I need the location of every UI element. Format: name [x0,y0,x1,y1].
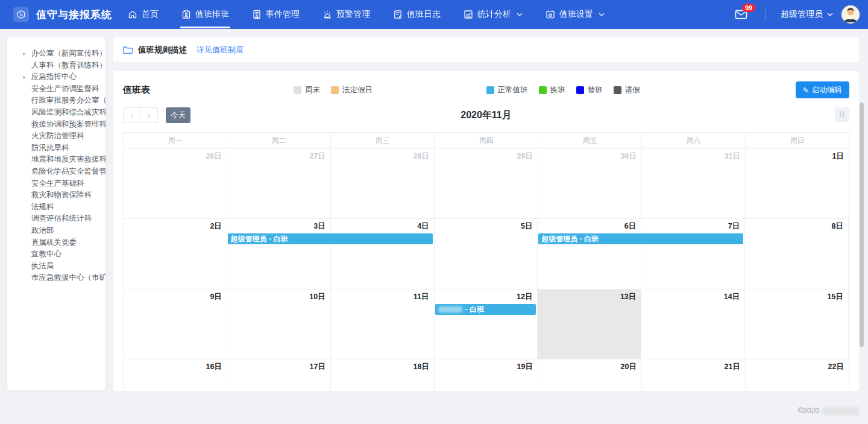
nav-item-event[interactable]: 事件管理 [252,0,300,29]
day-number: 27日 [310,152,326,160]
legend-item: 周末 [294,85,320,95]
caret-right-icon[interactable]: ▸ [23,48,26,60]
page-scrollbar-thumb[interactable] [860,103,864,347]
sidebar-item-label: 调查评估和统计科 [31,214,92,223]
sidebar-item-label: 地震和地质灾害救援科 [31,155,105,163]
nav-item-stats[interactable]: 统计分析 [464,0,523,29]
calendar-day-cell[interactable]: 5日 [435,218,538,288]
sidebar-item[interactable]: 市应急救援中心（市矿山救 [7,272,105,284]
calendar-day-cell[interactable]: 12日 [435,289,538,359]
day-number: 29日 [517,152,533,160]
calendar-day-cell[interactable]: 19日 [435,359,538,391]
month-view-button[interactable]: 月 [835,107,849,122]
sidebar-item[interactable]: 防汛抗旱科 [7,142,105,154]
calendar-day-cell[interactable]: 10日 [227,289,331,359]
sidebar-item[interactable]: 执法局 [7,261,105,273]
calendar-day-cell[interactable]: 4日 [331,218,435,288]
sidebar-item-label: 防汛抗旱科 [31,144,69,152]
duty-event-bar[interactable]: 超级管理员 - 白班 [228,233,433,244]
user-menu[interactable]: 超级管理员 [781,9,833,20]
calendar-day-cell[interactable]: 16日 [124,359,227,391]
legend-swatch [614,86,621,94]
calendar-day-cell[interactable]: 22日 [746,359,849,391]
messages-button[interactable]: 99 [735,9,747,20]
calendar-day-cell[interactable]: 27日 [227,148,331,218]
stats-icon [464,10,473,19]
nav-item-label: 首页 [142,9,159,20]
calendar-day-cell[interactable]: 9日 [124,289,227,359]
calendar-day-cell[interactable]: 29日 [435,148,538,218]
sidebar-item[interactable]: 安全生产协调监督科 [7,83,105,95]
calendar-day-cell[interactable]: 31日 [642,148,746,218]
legend-item: 换班 [539,85,565,95]
calendar-day-cell[interactable]: 15日 [745,289,849,359]
day-number: 13日 [620,293,636,301]
calendar-day-cell[interactable]: 6日 [538,218,641,288]
duty-event-bar[interactable]: - 白班 [435,304,536,315]
calendar-day-cell[interactable]: 28日 [331,148,435,218]
sidebar-item[interactable]: 地震和地质灾害救援科 [7,154,105,166]
avatar[interactable] [841,5,860,24]
sidebar-item[interactable]: 救援协调和预案管理科 [7,119,105,131]
sidebar-item[interactable]: 安全生产基础科 [7,178,105,190]
calendar-day-cell[interactable]: 30日 [538,148,642,218]
calendar-day-cell[interactable]: 14日 [641,289,745,359]
nav-item-schedule[interactable]: 值班排班 [181,0,229,29]
calendar-day-cell[interactable]: 26日 [124,148,227,218]
calendar-day-cell[interactable]: 1日 [746,148,849,218]
sidebar-item[interactable]: ▸办公室（新闻宣传科） [7,48,105,60]
nav-item-settings[interactable]: 值班设置 [546,0,605,29]
calendar-day-cell[interactable]: 11日 [331,289,435,359]
prev-month-button[interactable]: ‹ [123,107,140,123]
weekday-header: 周三 [331,133,435,148]
today-button[interactable]: 今天 [166,107,190,123]
sidebar-item[interactable]: 风险监测和综合减灾科 [7,107,105,119]
nav-item-alert[interactable]: 预警管理 [322,0,370,29]
sidebar-item[interactable]: 法规科 [7,201,105,214]
calendar-day-cell[interactable]: 18日 [331,359,435,391]
calendar-day-cell[interactable]: 17日 [227,359,331,391]
legend-label: 替班 [588,85,603,95]
nav-item-label: 事件管理 [266,9,300,20]
sidebar-item[interactable]: 火灾防治管理科 [7,130,105,142]
day-number: 10日 [309,293,325,301]
sidebar-item[interactable]: 危险化学品安全监督管理科 [7,166,105,178]
sidebar-item[interactable]: 人事科（教育训练科） [7,60,105,72]
nav-item-log[interactable]: 值班日志 [393,0,441,29]
sidebar-item-label: 办公室（新闻宣传科） [31,49,105,57]
sidebar-item[interactable]: 救灾和物资保障科 [7,189,105,201]
caret-right-icon[interactable]: ▸ [23,71,26,83]
legend-item: 请假 [614,85,640,95]
legend-label: 正常值班 [498,85,528,95]
copyright-text: ©2020 [797,407,819,415]
day-number: 20日 [621,362,637,371]
day-number: 17日 [310,362,326,371]
redacted-name [438,306,462,312]
department-sidebar: ▸办公室（新闻宣传科）人事科（教育训练科）▸应急指挥中心安全生产协调监督科行政审… [7,37,105,390]
sidebar-item[interactable]: 宣教中心 [7,248,105,261]
nav-item-label: 值班日志 [407,9,441,20]
day-number: 9日 [210,293,221,301]
day-number: 2日 [210,222,221,230]
nav-item-home[interactable]: 首页 [128,0,159,29]
sidebar-item[interactable]: 直属机关党委 [7,237,105,249]
duty-event-bar[interactable]: 超级管理员 - 白班 [538,233,743,244]
sidebar-item[interactable]: 调查评估和统计科 [7,213,105,225]
month-title: 2020年11月 [461,109,512,122]
start-edit-button[interactable]: ✎ 启动编辑 [796,81,849,98]
sidebar-item-label: 应急指挥中心 [31,72,77,81]
calendar-day-cell[interactable]: 21日 [642,359,746,391]
sidebar-item[interactable]: ▸应急指挥中心 [7,71,105,83]
calendar-day-cell[interactable]: 8日 [745,218,849,288]
calendar-day-cell-today[interactable]: 13日 [538,289,641,359]
sidebar-item[interactable]: 政治部 [7,225,105,237]
rule-detail-link[interactable]: 详见值班制度 [197,45,244,55]
sidebar-item[interactable]: 行政审批服务办公室（规划 [7,95,105,107]
calendar-day-cell[interactable]: 7日 [641,218,745,288]
calendar-day-cell[interactable]: 20日 [538,359,642,391]
weekday-header-row: 周一周二周三周四周五周六周日 [124,133,849,148]
calendar-day-cell[interactable]: 2日 [124,218,227,288]
calendar-day-cell[interactable]: 3日 [227,218,331,288]
sidebar-item-label: 人事科（教育训练科） [31,61,105,69]
next-month-button[interactable]: › [140,107,158,123]
